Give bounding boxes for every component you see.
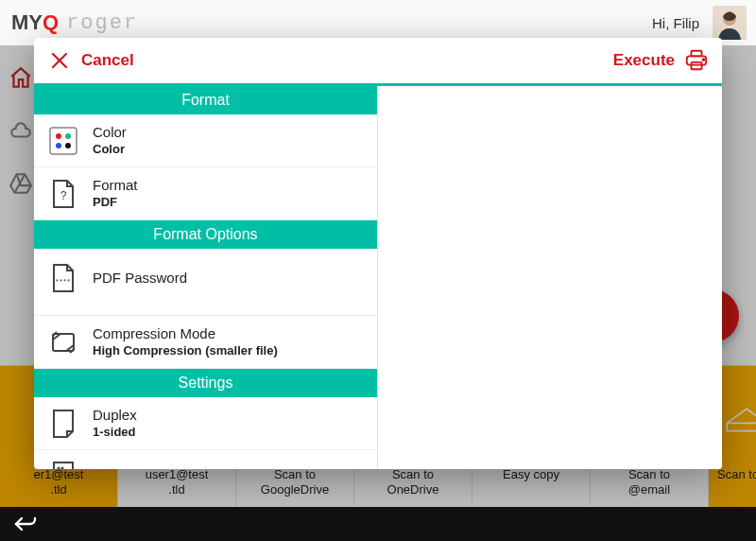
settings-pane-left: Format Color Color ? Format	[34, 86, 378, 469]
row-title: Color	[93, 124, 127, 142]
svg-text:?: ?	[60, 189, 67, 202]
row-compression[interactable]: Compression Mode High Compression (small…	[34, 316, 377, 369]
row-title: Duplex	[93, 407, 137, 425]
modal-header: Cancel Execute	[34, 38, 722, 83]
logo-myq: MYQ	[11, 10, 59, 35]
row-value: High Compression (smaller file)	[93, 343, 278, 358]
file-icon: ?	[47, 178, 79, 210]
close-icon	[47, 48, 72, 73]
bottom-nav	[0, 507, 756, 541]
row-title: Compression Mode	[93, 325, 278, 343]
row-duplex[interactable]: Duplex 1-sided	[34, 397, 377, 450]
svg-rect-10	[50, 128, 77, 154]
print-icon	[684, 48, 709, 73]
row-format[interactable]: ? Format PDF	[34, 167, 377, 220]
row-value: 1-sided	[93, 425, 137, 440]
avatar[interactable]	[713, 6, 747, 40]
section-header-format-options: Format Options	[34, 220, 377, 249]
row-title: Resolution	[93, 467, 160, 469]
svg-text:****: ****	[56, 277, 71, 286]
settings-pane-right	[378, 86, 722, 469]
row-title: PDF Password	[93, 270, 187, 288]
row-title: Format	[93, 177, 138, 195]
back-button[interactable]	[13, 511, 40, 537]
svg-point-14	[65, 143, 71, 148]
row-color[interactable]: Color Color	[34, 114, 377, 167]
svg-point-11	[56, 133, 61, 139]
app-logo: MYQ roger	[11, 10, 138, 35]
execute-label: Execute	[613, 51, 675, 70]
row-resolution[interactable]: Resolution	[34, 450, 377, 469]
page-icon	[47, 408, 79, 440]
cancel-label: Cancel	[81, 51, 134, 70]
execute-button[interactable]: Execute	[613, 48, 709, 73]
svg-point-9	[703, 59, 705, 61]
scan-settings-modal: Cancel Execute Format Color Color	[34, 38, 722, 469]
svg-point-19	[61, 467, 62, 468]
row-value: PDF	[93, 195, 138, 210]
logo-roger: roger	[66, 11, 138, 35]
cancel-button[interactable]: Cancel	[47, 48, 134, 73]
resolution-icon	[47, 460, 79, 469]
section-header-format: Format	[34, 86, 377, 114]
svg-point-13	[56, 143, 61, 148]
section-header-settings: Settings	[34, 369, 377, 397]
color-icon	[47, 125, 79, 157]
row-value: Color	[93, 142, 127, 157]
svg-point-18	[58, 467, 59, 468]
password-file-icon: ****	[47, 262, 79, 294]
compression-icon	[47, 326, 79, 358]
svg-point-12	[65, 133, 71, 139]
row-pdf-password[interactable]: **** PDF Password	[34, 249, 377, 316]
